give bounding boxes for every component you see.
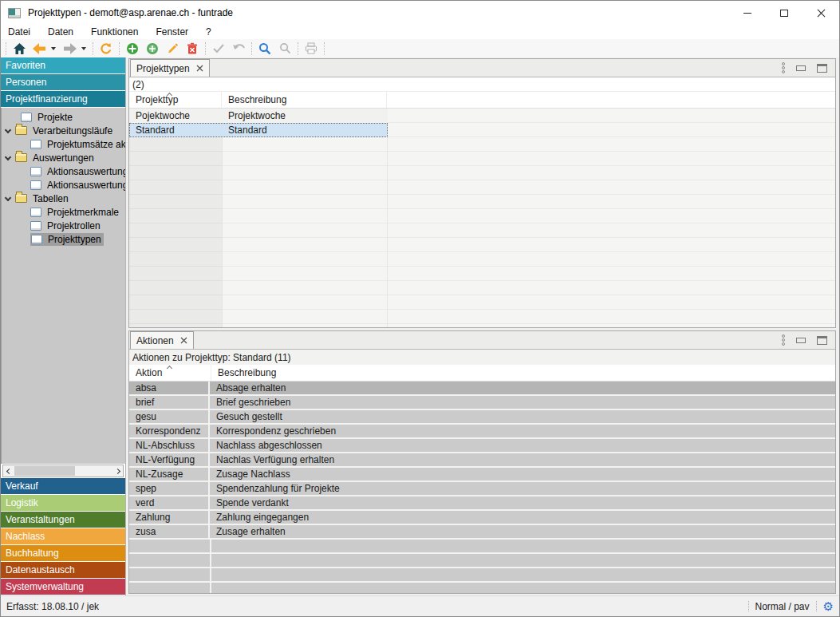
- forward-dropdown-button[interactable]: [81, 41, 89, 57]
- sidebar-section-systemverwaltung[interactable]: Systemverwaltung: [1, 579, 125, 595]
- folder-icon: [15, 194, 27, 203]
- app-icon: [8, 8, 21, 18]
- panel-menu-icon[interactable]: [782, 62, 785, 73]
- home-icon: [13, 42, 26, 55]
- tree-item-aktionsauswertung-2[interactable]: Aktionsauswertung: [2, 178, 125, 192]
- scrollbar-track[interactable]: [14, 465, 112, 477]
- tab-aktionen[interactable]: Aktionen: [130, 331, 194, 349]
- tab-projekttypen[interactable]: Projekttypen: [130, 59, 210, 77]
- tree-item-aktionsauswertung-1[interactable]: Aktionsauswertung: [2, 164, 125, 178]
- table-row[interactable]: gesuGesuch gestellt: [129, 410, 835, 425]
- close-button[interactable]: [803, 1, 839, 25]
- sidebar-section-projektfinanzierung[interactable]: Projektfinanzierung: [1, 91, 125, 107]
- table-row-selected[interactable]: Standard Standard: [129, 123, 388, 137]
- tree-item-verarbeitungslaeufe[interactable]: Verarbeitungsläufe: [2, 124, 125, 137]
- print-button[interactable]: [302, 41, 320, 57]
- toolbar-overflow[interactable]: [324, 42, 325, 55]
- sidebar-section-veranstaltungen[interactable]: Veranstaltungen: [1, 512, 125, 528]
- sidebar-section-favoriten[interactable]: Favoriten: [1, 57, 125, 73]
- section-label: Favoriten: [6, 60, 45, 71]
- panel-maximize-icon[interactable]: [817, 64, 827, 73]
- scrollbar-thumb[interactable]: [14, 466, 75, 476]
- back-dropdown-button[interactable]: [50, 41, 58, 57]
- undo-button[interactable]: [230, 41, 247, 57]
- table-row[interactable]: briefBrief geschrieben: [129, 396, 835, 410]
- projekttypen-panel: Projekttypen (2) Projektt: [128, 58, 836, 328]
- toolbar-grip: [6, 42, 6, 55]
- panel-minimize-icon[interactable]: [796, 65, 806, 71]
- delete-button[interactable]: [183, 41, 201, 57]
- gear-icon[interactable]: ⚙: [823, 600, 834, 612]
- minimize-button[interactable]: [729, 1, 766, 25]
- sidebar-section-verkauf[interactable]: Verkauf: [1, 478, 125, 494]
- tree-item-projekttypen[interactable]: Projekttypen: [2, 232, 125, 246]
- status-left-text: Erfasst: 18.08.10 / jek: [6, 601, 99, 612]
- tree-item-projektmerkmale[interactable]: Projektmerkmale: [2, 205, 125, 219]
- add-copy-icon: [146, 42, 159, 55]
- chevron-down-icon[interactable]: [5, 126, 11, 132]
- sidebar-section-logistik[interactable]: Logistik: [1, 495, 125, 511]
- chevron-down-icon[interactable]: [5, 153, 11, 160]
- menu-funktionen[interactable]: Funktionen: [91, 26, 147, 38]
- main-area: Projekttypen (2) Projektt: [126, 57, 839, 595]
- tab-close-button[interactable]: [180, 337, 187, 344]
- sidebar-horizontal-scrollbar[interactable]: [2, 465, 124, 477]
- forward-button[interactable]: [61, 41, 78, 57]
- table-row[interactable]: zusaZusage erhalten: [129, 525, 835, 540]
- scroll-right-button[interactable]: [112, 465, 123, 477]
- column-header-aktion[interactable]: Aktion: [129, 365, 211, 381]
- home-button[interactable]: [10, 41, 28, 57]
- menu-fenster[interactable]: Fenster: [156, 26, 197, 38]
- column-header-beschreibung[interactable]: Beschreibung: [211, 365, 835, 381]
- maximize-button[interactable]: [766, 1, 803, 25]
- search-button[interactable]: [256, 41, 274, 57]
- table-row[interactable]: verdSpende verdankt: [129, 496, 835, 511]
- table-row[interactable]: NL-VerfügungNachlas Verfügung erhalten: [129, 453, 835, 468]
- table-row[interactable]: NL-AbschlussNachlass abgeschlossen: [129, 439, 835, 453]
- menu-help[interactable]: ?: [206, 26, 220, 38]
- sidebar-section-datenaustausch[interactable]: Datenaustausch: [1, 562, 125, 578]
- sidebar-section-personen[interactable]: Personen: [1, 74, 125, 90]
- add-button[interactable]: [124, 41, 141, 57]
- aktionen-tabstrip: Aktionen: [129, 331, 835, 350]
- chevron-down-icon[interactable]: [5, 194, 11, 200]
- search-secondary-button[interactable]: [276, 41, 294, 57]
- column-header-projekttyp[interactable]: Projekttyp: [129, 92, 222, 108]
- table-row[interactable]: Pojektwoche Projektwoche: [129, 109, 388, 123]
- sidebar-section-buchhaltung[interactable]: Buchhaltung: [1, 545, 125, 561]
- minimize-icon: [743, 13, 751, 14]
- tree-item-projektrollen[interactable]: Projektrollen: [2, 219, 125, 232]
- table-row[interactable]: NL-ZusageZusage Nachlass: [129, 468, 835, 482]
- back-arrow-icon: [33, 43, 46, 54]
- table-row-selected[interactable]: absaAbsage erhalten: [129, 382, 835, 396]
- tree-item-tabellen[interactable]: Tabellen: [2, 192, 125, 205]
- menu-bar: Datei Daten Funktionen Fenster ?: [1, 25, 839, 39]
- table-row[interactable]: KorrespondenzKorrespondenz geschrieben: [129, 425, 835, 439]
- table-row[interactable]: spepSpendenzahlung für Projekte: [129, 482, 835, 496]
- sidebar-section-nachlass[interactable]: Nachlass: [1, 528, 125, 544]
- tree-item-projektumsaetze[interactable]: Projektumsätze aktu: [2, 137, 125, 151]
- edit-button[interactable]: [164, 41, 181, 57]
- tree-item-projekte[interactable]: Projekte: [2, 110, 125, 124]
- add-copy-button[interactable]: [144, 41, 161, 57]
- confirm-button[interactable]: [210, 41, 227, 57]
- tab-close-button[interactable]: [196, 65, 203, 72]
- column-header-beschreibung[interactable]: Beschreibung: [222, 92, 387, 108]
- tab-label: Aktionen: [136, 335, 174, 346]
- panel-controls: [782, 334, 835, 346]
- edit-pencil-icon: [166, 42, 179, 55]
- back-button[interactable]: [30, 41, 48, 57]
- panel-minimize-icon[interactable]: [796, 338, 806, 343]
- document-icon: [30, 140, 41, 149]
- chevron-left-icon: [6, 468, 11, 473]
- panel-menu-icon[interactable]: [782, 334, 785, 346]
- table-row[interactable]: ZahlungZahlung eingegangen: [129, 511, 835, 525]
- tree-item-auswertungen[interactable]: Auswertungen: [2, 151, 125, 164]
- menu-datei[interactable]: Datei: [8, 26, 39, 38]
- panel-maximize-icon[interactable]: [817, 336, 827, 345]
- refresh-button[interactable]: [97, 41, 115, 57]
- section-label: Nachlass: [6, 531, 45, 542]
- section-label: Logistik: [6, 497, 38, 508]
- menu-daten[interactable]: Daten: [48, 26, 82, 38]
- scroll-left-button[interactable]: [3, 465, 14, 477]
